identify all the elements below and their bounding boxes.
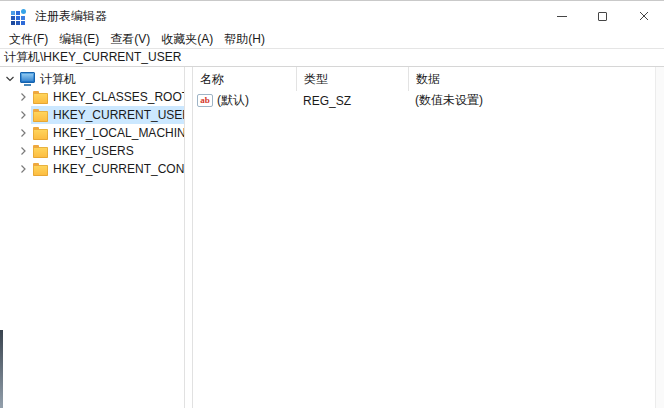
tree-item-hkey-current-user[interactable]: HKEY_CURRENT_USER [0, 106, 184, 124]
address-bar[interactable]: 计算机\HKEY_CURRENT_USER [0, 48, 664, 67]
computer-icon [20, 72, 35, 83]
tree-item-label: HKEY_LOCAL_MACHINE [53, 126, 185, 140]
chevron-right-icon[interactable] [15, 107, 31, 123]
tree-item-label: HKEY_USERS [53, 144, 134, 158]
tree-item-label: HKEY_CLASSES_ROOT [53, 90, 185, 104]
menu-view[interactable]: 查看(V) [109, 30, 151, 49]
tree-pane: 计算机 HKEY_CLASSES_ROOT HKEY_CURRENT [0, 67, 185, 408]
chevron-right-icon[interactable] [15, 161, 31, 177]
value-type: REG_SZ [296, 94, 408, 108]
list-header: 名称 类型 数据 [193, 67, 664, 91]
folder-icon [33, 129, 48, 140]
column-header-type[interactable]: 类型 [296, 67, 408, 91]
folder-icon [33, 165, 48, 176]
window-controls [541, 1, 664, 31]
close-button[interactable] [623, 1, 664, 31]
address-path: 计算机\HKEY_CURRENT_USER [4, 49, 181, 66]
tree-item-label: 计算机 [40, 71, 76, 88]
menu-bar: 文件(F) 编辑(E) 查看(V) 收藏夹(A) 帮助(H) [0, 31, 664, 48]
content-area: 计算机 HKEY_CLASSES_ROOT HKEY_CURRENT [0, 67, 664, 408]
registry-app-icon [11, 9, 26, 24]
minimize-icon [557, 16, 567, 17]
tree-item-computer[interactable]: 计算机 [0, 70, 184, 88]
tree-item-hkey-local-machine[interactable]: HKEY_LOCAL_MACHINE [0, 124, 184, 142]
maximize-icon [598, 12, 607, 21]
value-name: (默认) [217, 92, 249, 109]
tree-item-hkey-current-config[interactable]: HKEY_CURRENT_CONFIG [0, 160, 184, 178]
reg-sz-icon: ab [197, 94, 213, 107]
menu-edit[interactable]: 编辑(E) [58, 30, 100, 49]
menu-help[interactable]: 帮助(H) [223, 30, 266, 49]
tree-item-label: HKEY_CURRENT_USER [53, 108, 185, 122]
chevron-down-icon[interactable] [2, 71, 18, 87]
chevron-right-icon[interactable] [15, 143, 31, 159]
column-header-name[interactable]: 名称 [193, 67, 296, 91]
close-icon [639, 11, 649, 21]
value-data: (数值未设置) [408, 92, 664, 109]
tree-item-hkey-users[interactable]: HKEY_USERS [0, 142, 184, 160]
registry-editor-window: 注册表编辑器 文件(F) 编辑(E) 查看(V) 收藏夹(A) 帮助(H) 计算… [0, 0, 664, 408]
list-scrollbar[interactable] [655, 67, 664, 408]
table-row[interactable]: ab (默认) REG_SZ (数值未设置) [193, 91, 664, 110]
tree-item-label: HKEY_CURRENT_CONFIG [53, 162, 185, 176]
list-pane: 名称 类型 数据 ab (默认) REG_SZ (数值未设置) [192, 67, 664, 408]
background-edge-artifact [0, 330, 3, 408]
title-bar: 注册表编辑器 [0, 1, 664, 31]
menu-file[interactable]: 文件(F) [8, 30, 49, 49]
folder-icon [33, 93, 48, 104]
selected-tree-node: HKEY_CURRENT_USER [31, 106, 185, 124]
minimize-button[interactable] [541, 1, 582, 31]
column-header-data[interactable]: 数据 [408, 67, 664, 91]
chevron-right-icon[interactable] [15, 89, 31, 105]
folder-icon [33, 147, 48, 158]
menu-favorites[interactable]: 收藏夹(A) [160, 30, 214, 49]
window-title: 注册表编辑器 [35, 8, 107, 25]
folder-icon [33, 111, 48, 122]
pane-splitter[interactable] [185, 67, 192, 408]
maximize-button[interactable] [582, 1, 623, 31]
chevron-right-icon[interactable] [15, 125, 31, 141]
tree-item-hkey-classes-root[interactable]: HKEY_CLASSES_ROOT [0, 88, 184, 106]
